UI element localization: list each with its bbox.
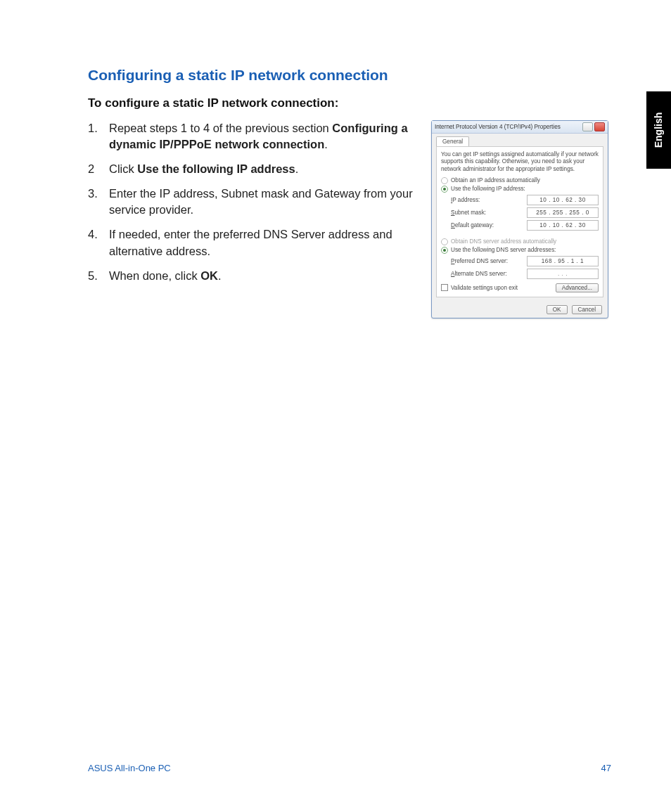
input-ip[interactable]: 10 . 10 . 62 . 30 [527,195,599,205]
radio-label: Obtain an IP address automatically [451,177,540,183]
section-title: Configuring a static IP network connecti… [88,67,608,84]
radio-icon [441,247,448,254]
radio-icon [441,186,448,193]
radio-label: Use the following DNS server addresses: [451,247,556,253]
dialog-titlebar: Internet Protocol Version 4 (TCP/IPv4) P… [432,121,608,134]
dialog-panel: You can get IP settings assigned automat… [436,146,603,297]
radio-icon [441,238,448,245]
step-post: . [295,162,299,175]
step-bold: OK [200,269,218,282]
input-mask[interactable]: 255 . 255 . 255 . 0 [527,207,599,218]
step-bold: Use the following IP address [137,162,295,175]
label-preferred-dns: Preferred DNS server: [451,258,508,264]
footer-page-number: 47 [601,763,611,773]
row-default-gateway: Default gateway:10 . 10 . 62 . 30 [451,220,599,231]
footer-product: ASUS All-in-One PC [88,763,171,773]
radio-obtain-dns: Obtain DNS server address automatically [441,238,599,245]
steps-list: 1. Repeat steps 1 to 4 of the previous s… [88,120,417,284]
step-number: 2 [88,161,109,177]
step-post: . [324,138,328,150]
step-number: 3. [88,186,109,218]
step-4: 4. If needed, enter the preferred DNS Se… [88,226,417,259]
step-5: 5. When done, click OK. [88,268,417,284]
radio-use-dns[interactable]: Use the following DNS server addresses: [441,247,599,254]
row-alternate-dns: Alternate DNS server: . . . [451,269,599,279]
radio-label: Obtain DNS server address automatically [451,238,556,245]
step-text: If needed, enter the preferred DNS Serve… [109,228,392,257]
row-preferred-dns: Preferred DNS server:168 . 95 . 1 . 1 [451,256,599,266]
step-text: Enter the IP address, Subnet mask and Ga… [109,187,413,216]
label-gateway: Default gateway: [451,222,507,228]
ok-button[interactable]: OK [547,305,568,314]
page-footer: ASUS All-in-One PC 47 [88,763,611,773]
input-alternate-dns[interactable]: . . . [527,269,599,279]
help-icon[interactable] [582,122,593,131]
row-subnet-mask: Subnet mask:255 . 255 . 255 . 0 [451,207,599,218]
row-ip-address: IP address:10 . 10 . 62 . 30 [451,195,599,205]
ipv4-properties-dialog: Internet Protocol Version 4 (TCP/IPv4) P… [431,120,608,318]
step-text: When done, click [109,269,200,282]
input-gateway[interactable]: 10 . 10 . 62 . 30 [527,220,599,231]
tab-general[interactable]: General [436,136,469,146]
step-text: Repeat steps 1 to 4 of the previous sect… [109,122,332,134]
dialog-description: You can get IP settings assigned automat… [441,151,599,173]
cancel-button[interactable]: Cancel [572,305,603,314]
label-mask: Subnet mask: [451,210,507,216]
label-alternate-dns: Alternate DNS server: [451,271,507,277]
section-subtitle: To configure a static IP network connect… [88,96,608,110]
step-number: 1. [88,120,109,153]
label-ip: IP address: [451,197,507,203]
step-2: 2 Click Use the following IP address. [88,161,417,177]
step-post: . [218,269,222,282]
step-number: 4. [88,226,109,259]
radio-use-ip[interactable]: Use the following IP address: [441,186,599,193]
language-label: English [653,112,665,148]
dialog-title: Internet Protocol Version 4 (TCP/IPv4) P… [435,124,561,130]
input-preferred-dns[interactable]: 168 . 95 . 1 . 1 [527,256,599,266]
radio-obtain-ip[interactable]: Obtain an IP address automatically [441,177,599,184]
close-icon[interactable] [594,122,605,131]
language-tab: English [646,91,671,169]
checkbox-validate[interactable]: Validate settings upon exit [441,284,518,291]
step-number: 5. [88,268,109,284]
radio-icon [441,177,448,184]
checkbox-icon [441,284,448,291]
advanced-button[interactable]: Advanced... [556,283,599,292]
radio-label: Use the following IP address: [451,186,525,192]
step-1: 1. Repeat steps 1 to 4 of the previous s… [88,120,417,153]
step-3: 3. Enter the IP address, Subnet mask and… [88,186,417,218]
step-text: Click [109,162,137,175]
checkbox-label: Validate settings upon exit [451,285,518,291]
